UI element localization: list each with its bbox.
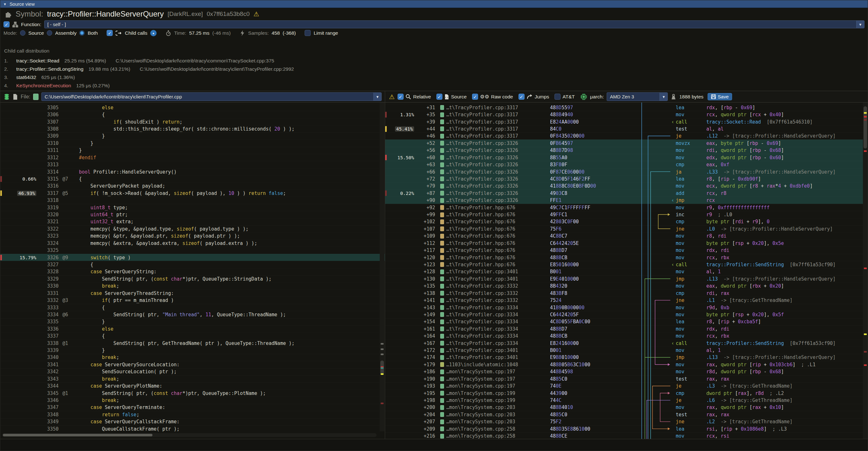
source-line-row[interactable]: 3330 break; — [0, 282, 385, 290]
asm-file-ref[interactable]: …t\TracyProfiler.cpp:3334 — [435, 319, 550, 325]
function-select[interactable]: [ - self - ] ▼ — [44, 20, 865, 28]
source-line-row[interactable]: 0.66%3315@7{ — [0, 175, 385, 182]
asm-file-ref[interactable]: …t\TracyProfiler.cpp:3334 — [435, 340, 550, 346]
source-line-row[interactable]: 3339 } — [0, 347, 385, 354]
save-button[interactable]: Save — [708, 93, 732, 100]
source-line-row[interactable]: 15.79%3326@9 switch( type ) — [0, 254, 385, 261]
source-line-row[interactable]: 3336 else — [0, 325, 385, 332]
assembly-scrollbar[interactable] — [863, 102, 868, 439]
asm-file-ref[interactable]: …mon\TracySystem.cpp:197 — [435, 383, 550, 389]
asm-row[interactable]: +204…mon\TracySystem.cpp:2034885C0testra… — [385, 411, 868, 418]
radio-source-label[interactable]: Source — [28, 30, 44, 36]
asm-row[interactable]: +102…t\TracyProfiler.hpp:67642803C0F00cm… — [385, 218, 868, 225]
source-line-row[interactable]: 3323 memcpy( &ptr, &payload.ptr, sizeof(… — [0, 233, 385, 240]
source-line-row[interactable]: 3350 QueueCallstackFrame( ptr ); — [0, 425, 385, 432]
child-calls-checkbox[interactable]: ✓ — [106, 30, 113, 36]
asm-row[interactable]: +195…mon\TracySystem.cpp:199443900cmpdwo… — [385, 390, 868, 396]
asm-file-ref[interactable]: …t\TracyProfiler.cpp:3326 — [435, 141, 550, 146]
asm-row[interactable]: +130…t\TracyProfiler.cpp:3401E9E4010000j… — [385, 275, 868, 282]
asm-file-ref[interactable]: …mon\TracySystem.cpp:199 — [435, 390, 550, 396]
asm-row[interactable]: 0.22%+87…t\TracyProfiler.cpp:33264903C8a… — [385, 189, 868, 197]
asm-file-ref[interactable]: …t\TracyProfiler.hpp:676 — [435, 205, 550, 211]
asm-file-ref[interactable]: …t\TracyProfiler.cpp:3317 — [435, 105, 550, 111]
asm-file-ref[interactable]: …t\TracyProfiler.cpp:3326 — [435, 162, 550, 168]
asm-row[interactable]: +179…1103\include\atomic:1048488B05B63C1… — [385, 361, 868, 368]
radio-both[interactable] — [79, 30, 85, 36]
att-label[interactable]: AT&T — [562, 94, 575, 100]
raw-code-label[interactable]: Raw code — [491, 94, 513, 100]
asm-row[interactable]: +79…t\TracyProfiler.cpp:3326418B8C80E0BF… — [385, 182, 868, 189]
radio-assembly-label[interactable]: Assembly — [55, 30, 76, 36]
asm-row[interactable]: +167…t\TracyProfiler.cpp:3334E824160000‹… — [385, 339, 868, 347]
source-line-row[interactable]: 3337 { — [0, 332, 385, 339]
distribution-item[interactable]: 3.stat64i32625 μs (1.36%) — [4, 73, 864, 82]
asm-file-ref[interactable]: …t\TracyProfiler.cpp:3401 — [435, 269, 550, 275]
relative-label[interactable]: Relative — [413, 94, 431, 100]
asm-file-ref[interactable]: …t\TracyProfiler.cpp:3401 — [435, 276, 550, 282]
source-line-row[interactable]: 3329 SendString( ptr, (const char*)ptr, … — [0, 275, 385, 282]
asm-file-ref[interactable]: …1103\include\atomic:1048 — [435, 362, 550, 367]
asm-row[interactable]: +149…t\TracyProfiler.cpp:3334C64424205Fm… — [385, 311, 868, 318]
source-line-row[interactable]: 3325 — [0, 246, 385, 253]
source-line-row[interactable]: 3343 break; — [0, 375, 385, 382]
source-line-row[interactable]: 3305 else — [0, 104, 385, 111]
asm-row[interactable]: +154…t\TracyProfiler.cpp:33344C8D055FBA0… — [385, 318, 868, 325]
source-line-row[interactable]: 3321 uint32_t extra; — [0, 218, 385, 225]
source-line-row[interactable]: 3341 case ServerQuerySourceLocation: — [0, 361, 385, 368]
asm-row[interactable]: +123…t\TracyProfiler.hpp:676E850160000‹c… — [385, 261, 868, 268]
distribution-item[interactable]: 1.tracy::Socket::Read25.25 ms (54.89%)C:… — [4, 57, 864, 65]
limit-range-label[interactable]: Limit range — [313, 30, 338, 36]
source-line-row[interactable]: 3318 — [0, 197, 385, 204]
asm-row[interactable]: +117…t\TracyProfiler.hpp:676488BD7movrdx… — [385, 246, 868, 253]
att-checkbox[interactable] — [555, 94, 560, 100]
asm-row[interactable]: +109…t\TracyProfiler.hpp:6764C8BC7movr8,… — [385, 233, 868, 240]
asm-row[interactable]: 15.50%+60…t\TracyProfiler.cpp:33268B55A0… — [385, 154, 868, 161]
asm-row[interactable]: +209…mon\TracySystem.cpp:258488D35E88610… — [385, 425, 868, 432]
asm-row[interactable]: +120…t\TracyProfiler.hpp:676488BCBmovrcx… — [385, 254, 868, 261]
asm-row[interactable]: +143…t\TracyProfiler.cpp:333441B90B00000… — [385, 304, 868, 311]
source-line-row[interactable]: 3340 break; — [0, 354, 385, 361]
asm-row[interactable]: +190…mon\TracySystem.cpp:1974885C0testra… — [385, 375, 868, 382]
asm-row[interactable]: +138…t\TracyProfiler.cpp:3332483BF8cmprd… — [385, 290, 868, 297]
source-line-row[interactable]: 3331 case ServerQueryThreadString: — [0, 290, 385, 297]
source-line-row[interactable]: 3314bool Profiler::HandleServerQuery() — [0, 168, 385, 175]
asm-row[interactable]: +39…t\TracyProfiler.cpp:3317E824AA0000‹c… — [385, 118, 868, 125]
asm-row[interactable]: +46…t\TracyProfiler.cpp:33170F8435020000… — [385, 132, 868, 140]
asm-row[interactable]: +107…t\TracyProfiler.hpp:67675F6jne.L0 -… — [385, 225, 868, 232]
source-line-row[interactable]: 3320 uint64_t ptr; — [0, 211, 385, 218]
source-line-row[interactable]: 3310 } — [0, 140, 385, 147]
source-line-row[interactable]: 3344 case ServerQueryPlotName: — [0, 382, 385, 389]
asm-row[interactable]: +72…t\TracyProfiler.cpp:33264C8D05F146F2… — [385, 175, 868, 182]
source-toggle-label[interactable]: Source — [451, 94, 467, 100]
horizontal-scrollbar[interactable] — [2, 433, 376, 437]
asm-row[interactable]: +193…mon\TracySystem.cpp:197740Eje.L3 ->… — [385, 382, 868, 389]
asm-row[interactable]: +164…t\TracyProfiler.cpp:3334488BCBmovrc… — [385, 332, 868, 339]
source-line-row[interactable]: 3345@1 SendString( ptr, (const char*)ptr… — [0, 390, 385, 396]
asm-file-ref[interactable]: …t\TracyProfiler.hpp:676 — [435, 233, 550, 239]
asm-row[interactable]: +52…t\TracyProfiler.cpp:33260FB64597movz… — [385, 140, 868, 147]
source-line-row[interactable]: 3328 case ServerQueryString: — [0, 268, 385, 275]
uarch-select[interactable]: AMD Zen 3 ▼ — [607, 92, 668, 101]
asm-row[interactable]: +31…t\TracyProfiler.cpp:3317488D5597lear… — [385, 104, 868, 111]
asm-file-ref[interactable]: …t\TracyProfiler.cpp:3317 — [435, 126, 550, 132]
source-line-row[interactable]: 3319 uint8_t type; — [0, 204, 385, 211]
asm-row[interactable]: +216…mon\TracySystem.cpp:258488BCEmovrcx… — [385, 432, 868, 439]
asm-row[interactable]: +92…t\TracyProfiler.hpp:67649C7C1FFFFFFF… — [385, 204, 868, 211]
source-line-row[interactable]: 3327 { — [0, 261, 385, 268]
source-line-row[interactable]: 3313 — [0, 161, 385, 168]
asm-file-ref[interactable]: …t\TracyProfiler.hpp:676 — [435, 255, 550, 261]
asm-file-ref[interactable]: …t\TracyProfiler.cpp:3326 — [435, 183, 550, 189]
asm-file-ref[interactable]: …t\TracyProfiler.hpp:676 — [435, 247, 550, 253]
relative-checkbox[interactable]: ✓ — [398, 94, 404, 100]
asm-file-ref[interactable]: …t\TracyProfiler.cpp:3334 — [435, 312, 550, 318]
source-line-row[interactable]: 3348 return false; — [0, 411, 385, 418]
source-line-row[interactable]: 3342 SendSourceLocation( ptr ); — [0, 368, 385, 375]
asm-row[interactable]: +207…mon\TracySystem.cpp:20375F2jne.L2 -… — [385, 418, 868, 425]
asm-file-ref[interactable]: …t\TracyProfiler.hpp:676 — [435, 212, 550, 217]
asm-file-ref[interactable]: …mon\TracySystem.cpp:197 — [435, 376, 550, 382]
asm-file-ref[interactable]: …mon\TracySystem.cpp:258 — [435, 426, 550, 432]
asm-row[interactable]: +128…t\TracyProfiler.cpp:3401B001moval, … — [385, 268, 868, 275]
asm-row[interactable]: +63…t\TracyProfiler.cpp:332683F80Fcmpeax… — [385, 161, 868, 168]
source-line-row[interactable]: 3324 memcpy( &extra, &payload.extra, siz… — [0, 240, 385, 246]
asm-file-ref[interactable]: …t\TracyProfiler.cpp:3332 — [435, 291, 550, 296]
